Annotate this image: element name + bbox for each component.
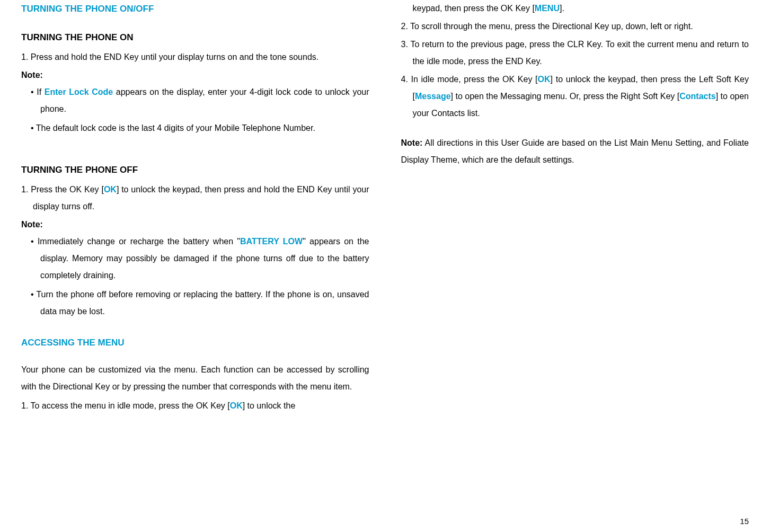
heading-turning-on-off: TURNING THE PHONE ON/OFF [21, 0, 369, 18]
heading-turning-off: TURNING THE PHONE OFF [21, 161, 369, 179]
right-column: keypad, then press the OK Key [MENU]. 2.… [401, 0, 749, 415]
heading-accessing-menu: ACCESSING THE MENU [21, 334, 369, 352]
enter-lock-code-text: Enter Lock Code [45, 87, 113, 96]
menu-steps-col1: 1. To access the menu in idle mode, pres… [21, 397, 369, 414]
step4-e: ] to open the Messaging menu. Or, press … [451, 92, 680, 101]
on-note-2: The default lock code is the last 4 digi… [21, 120, 369, 137]
menu-step-4: 4. In idle mode, press the OK Key [OK] t… [401, 71, 749, 122]
off-step1-a: 1. Press the OK Key [ [21, 185, 104, 194]
cont-a: keypad, then press the OK Key [ [413, 4, 535, 13]
ok-key-text-3: OK [538, 75, 551, 84]
contacts-key-text: Contacts [679, 92, 715, 101]
turning-on-step-1: 1. Press and hold the END Key until your… [21, 49, 369, 66]
on-note-1: If Enter Lock Code appears on the displa… [21, 84, 369, 118]
final-note-paragraph: Note: All directions in this User Guide … [401, 135, 749, 169]
step4-a: 4. In idle mode, press the OK Key [ [401, 75, 538, 84]
left-column: TURNING THE PHONE ON/OFF TURNING THE PHO… [21, 0, 369, 415]
off-note-1: Immediately change or recharge the batte… [21, 233, 369, 284]
turning-off-steps: 1. Press the OK Key [OK] to unlock the k… [21, 181, 369, 215]
menu-key-text: MENU [535, 4, 560, 13]
final-note-body: All directions in this User Guide are ba… [401, 138, 749, 164]
menu-step1-a: 1. To access the menu in idle mode, pres… [21, 401, 230, 410]
ok-key-text-2: OK [230, 401, 243, 410]
note-label-final: Note: [401, 138, 423, 147]
note-label-off: Note: [21, 216, 369, 233]
message-key-text: Message [415, 92, 451, 101]
page-number: 15 [740, 517, 749, 526]
menu-intro-paragraph: Your phone can be customized via the men… [21, 361, 369, 395]
heading-turning-on: TURNING THE PHONE ON [21, 29, 369, 47]
off-note-1-a: Immediately change or recharge the batte… [38, 237, 240, 246]
off-note-2: Turn the phone off before removing or re… [21, 286, 369, 320]
turning-on-notes: If Enter Lock Code appears on the displa… [21, 84, 369, 137]
menu-step-3: 3. To return to the previous page, press… [401, 36, 749, 70]
menu-step-1-continued: keypad, then press the OK Key [MENU]. [401, 0, 749, 17]
turning-off-step-1: 1. Press the OK Key [OK] to unlock the k… [21, 181, 369, 215]
menu-steps-col2: keypad, then press the OK Key [MENU]. 2.… [401, 0, 749, 122]
menu-step-1: 1. To access the menu in idle mode, pres… [21, 397, 369, 414]
note-label-on: Note: [21, 67, 369, 84]
turning-off-notes: Immediately change or recharge the batte… [21, 233, 369, 320]
ok-key-text-1: OK [104, 185, 117, 194]
on-note-1-part-a: If [37, 87, 45, 96]
menu-step1-c: ] to unlock the [243, 401, 296, 410]
turning-on-steps: 1. Press and hold the END Key until your… [21, 49, 369, 66]
cont-c: ]. [560, 4, 564, 13]
menu-step-2: 2. To scroll through the menu, press the… [401, 18, 749, 35]
page-columns: TURNING THE PHONE ON/OFF TURNING THE PHO… [21, 0, 749, 415]
battery-low-text: BATTERY LOW [240, 237, 303, 246]
